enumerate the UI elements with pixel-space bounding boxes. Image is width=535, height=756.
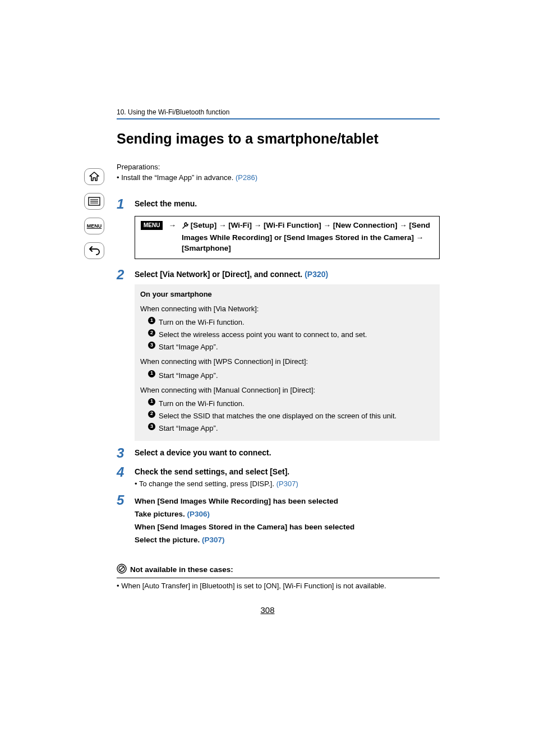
- gb-grp3-label: When connecting with [Manual Connection]…: [140, 385, 434, 396]
- step-4: 4 Check the send settings, and select [S…: [117, 465, 440, 488]
- gb-heading: On your smartphone: [140, 289, 434, 300]
- menu-nav-label: MENU: [87, 223, 102, 229]
- step-4-title: Check the send settings, and select [Set…: [135, 467, 440, 476]
- step-5: 5 When [Send Images While Recording] has…: [117, 494, 440, 547]
- list-item: Select the SSID that matches the one dis…: [159, 411, 396, 422]
- gb-grp3-list: 1Turn on the Wi-Fi function. 2Select the…: [140, 398, 434, 434]
- wrench-icon: [182, 221, 188, 232]
- step-number: 1: [117, 197, 135, 211]
- prep-link[interactable]: (P286): [236, 173, 257, 182]
- circled-1-icon: 1: [148, 370, 155, 377]
- gb-grp2-label: When connecting with [WPS Connection] in…: [140, 356, 434, 367]
- menu-badge-icon: MENU: [141, 221, 163, 230]
- circled-1-icon: 1: [148, 398, 155, 405]
- circled-3-icon: 3: [148, 423, 155, 430]
- chapter-divider: [117, 118, 440, 119]
- not-available-header: Not available in these cases:: [117, 564, 440, 578]
- step-2-title: Select [Via Network] or [Direct], and co…: [135, 270, 440, 279]
- list-item: Select the wireless access point you wan…: [159, 329, 367, 340]
- step-number: 4: [117, 465, 135, 479]
- gb-grp1-list: 1Turn on the Wi-Fi function. 2Select the…: [140, 317, 434, 353]
- chapter-label: 10. Using the Wi-Fi/Bluetooth function: [117, 108, 440, 116]
- step-5-line2-link[interactable]: (P306): [187, 510, 210, 518]
- step-5-line4-text: Select the picture.: [135, 536, 202, 544]
- step-2: 2 Select [Via Network] or [Direct], and …: [117, 268, 440, 441]
- circled-1-icon: 1: [148, 317, 155, 324]
- back-icon[interactable]: [84, 242, 104, 259]
- step-5-line1: When [Send Images While Recording] has b…: [135, 495, 440, 508]
- page-title: Sending images to a smartphone/tablet: [117, 131, 440, 147]
- step-number: 2: [117, 268, 135, 282]
- circled-2-icon: 2: [148, 329, 155, 336]
- step-2-title-text: Select [Via Network] or [Direct], and co…: [135, 270, 305, 279]
- not-available-body: • When [Auto Transfer] in [Bluetooth] is…: [117, 582, 440, 590]
- circled-2-icon: 2: [148, 411, 155, 418]
- content-area: 10. Using the Wi-Fi/Bluetooth function S…: [117, 108, 440, 590]
- menu-path-box: MENU → [Setup] → [Wi-Fi] → [Wi-Fi Functi…: [135, 216, 440, 259]
- step-5-line3: When [Send Images Stored in the Camera] …: [135, 521, 440, 534]
- step-2-link[interactable]: (P320): [305, 270, 328, 279]
- page-number[interactable]: 308: [0, 605, 535, 615]
- prohibit-icon: [117, 564, 127, 575]
- list-item: Turn on the Wi-Fi function.: [159, 398, 245, 409]
- menu-path-text: [Setup] → [Wi-Fi] → [Wi-Fi Function] → […: [182, 220, 433, 254]
- step-5-line2: Take pictures. (P306): [135, 508, 440, 521]
- step-5-line4: Select the picture. (P307): [135, 534, 440, 547]
- list-item: Start “Image App”.: [159, 423, 218, 434]
- svg-line-6: [119, 566, 124, 571]
- smartphone-instructions-box: On your smartphone When connecting with …: [135, 284, 440, 441]
- preparations-label: Preparations:: [117, 163, 440, 171]
- not-available-heading: Not available in these cases:: [130, 565, 233, 574]
- toc-icon[interactable]: [84, 193, 104, 210]
- circled-3-icon: 3: [148, 342, 155, 349]
- step-4-sub: To change the send setting, press [DISP.…: [135, 480, 440, 488]
- step-3-title: Select a device you want to connect.: [135, 448, 440, 457]
- sidebar-nav: MENU: [83, 168, 105, 259]
- arrow-icon: →: [167, 220, 177, 231]
- gb-grp2-list: 1Start “Image App”.: [140, 370, 434, 381]
- list-item: Turn on the Wi-Fi function.: [159, 317, 245, 328]
- step-5-line2-text: Take pictures.: [135, 510, 187, 518]
- menu-nav-button[interactable]: MENU: [84, 218, 104, 234]
- step-4-sub-link[interactable]: (P307): [276, 480, 298, 488]
- list-item: Start “Image App”.: [159, 370, 218, 381]
- preparations-item: • Install the “Image App” in advance. (P…: [117, 173, 440, 182]
- prep-text: • Install the “Image App” in advance.: [117, 173, 236, 182]
- menu-path-line: [Setup] → [Wi-Fi] → [Wi-Fi Function] → […: [182, 221, 430, 252]
- not-available-section: Not available in these cases: • When [Au…: [117, 564, 440, 590]
- step-1: 1 Select the menu. MENU → [Setup] → [Wi-…: [117, 197, 440, 262]
- step-number: 3: [117, 446, 135, 460]
- step-4-sub-text: To change the send setting, press [DISP.…: [135, 480, 276, 488]
- step-1-title: Select the menu.: [135, 199, 440, 208]
- step-3: 3 Select a device you want to connect.: [117, 446, 440, 460]
- gb-grp1-label: When connecting with [Via Network]:: [140, 303, 434, 315]
- step-5-line4-link[interactable]: (P307): [202, 536, 225, 544]
- step-number: 5: [117, 494, 135, 507]
- list-item: Start “Image App”.: [159, 342, 218, 353]
- home-icon[interactable]: [84, 168, 104, 185]
